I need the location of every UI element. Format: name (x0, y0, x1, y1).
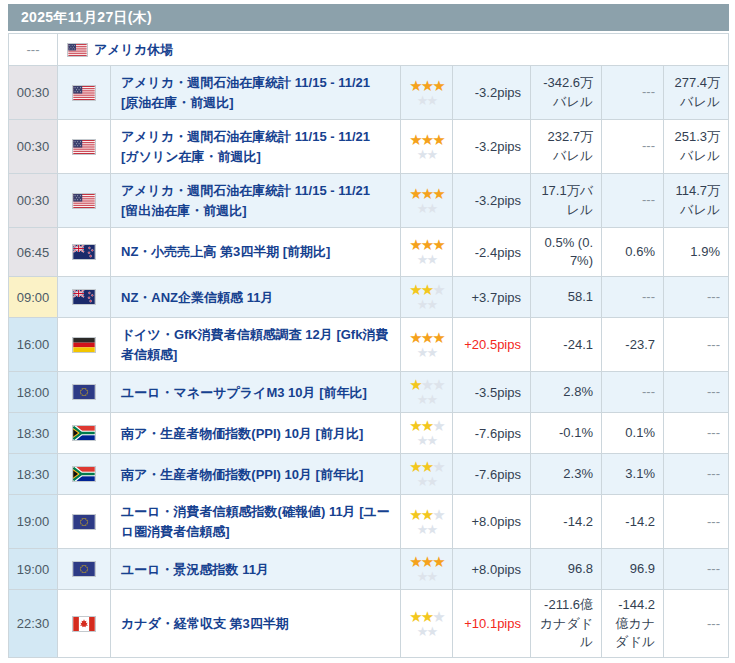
result-cell: 96.8 (531, 549, 602, 589)
event-cell: ユーロ・景況感指数 11月 (111, 549, 401, 589)
holiday-cell: アメリカ休場 (58, 34, 728, 65)
event-row: 18:30 南ア・生産者物価指数(PPI) 10月 [前月比] ★★★★★ -7… (9, 413, 728, 454)
event-cell: ユーロ・消費者信頼感指数(確報値) 11月 [ユーロ圏消費者信頼感] (111, 495, 401, 548)
event-row: 19:00 ユーロ・消費者信頼感指数(確報値) 11月 [ユーロ圏消費者信頼感]… (9, 495, 728, 549)
pips-cell: -7.6pips (453, 454, 531, 494)
flag-eu-icon (73, 385, 95, 399)
event-row: 00:30 アメリカ・週間石油在庫統計 11/15 - 11/21 [ガソリン在… (9, 120, 728, 174)
previous-cell: --- (664, 549, 728, 589)
event-link[interactable]: ユーロ・景況感指数 11月 (121, 560, 269, 580)
previous-cell: --- (664, 590, 728, 657)
time-cell: 00:30 (9, 66, 58, 119)
previous-cell: 114.7万バレル (664, 174, 728, 227)
time-cell: 00:30 (9, 120, 58, 173)
economic-calendar: 2025年11月27日(木) --- アメリカ休場 00:30 アメリカ・週間石… (0, 0, 735, 663)
event-cell: ユーロ・マネーサプライM3 10月 [前年比] (111, 372, 401, 412)
event-cell: 南ア・生産者物価指数(PPI) 10月 [前月比] (111, 413, 401, 453)
forecast-cell: -14.2 (602, 495, 664, 548)
time-cell: 18:30 (9, 413, 58, 453)
flag-cell (58, 454, 111, 494)
event-link[interactable]: 南ア・生産者物価指数(PPI) 10月 [前年比] (121, 465, 363, 485)
event-link[interactable]: アメリカ・週間石油在庫統計 11/15 - 11/21 [ガソリン在庫・前週比] (121, 127, 390, 166)
flag-nz-icon (73, 290, 95, 304)
event-link[interactable]: アメリカ・週間石油在庫統計 11/15 - 11/21 [留出油在庫・前週比] (121, 181, 390, 220)
event-cell: NZ・小売売上高 第3四半期 [前期比] (111, 228, 401, 276)
event-link[interactable]: ドイツ・GfK消費者信頼感調査 12月 [Gfk消費者信頼感] (121, 325, 390, 364)
event-row: 19:00 ユーロ・景況感指数 11月 ★★★★★ +8.0pips 96.8 … (9, 549, 728, 590)
result-cell: 0.5% (0.7%) (531, 228, 602, 276)
pips-cell: +20.5pips (453, 318, 531, 371)
calendar-table: --- アメリカ休場 00:30 アメリカ・週間石油在庫統計 11/15 - 1… (8, 33, 729, 658)
event-row: 00:30 アメリカ・週間石油在庫統計 11/15 - 11/21 [留出油在庫… (9, 174, 728, 228)
previous-cell: --- (664, 318, 728, 371)
flag-cell (58, 318, 111, 371)
importance-stars: ★★★★★ (401, 454, 453, 494)
pips-cell: -3.2pips (453, 66, 531, 119)
importance-stars: ★★★★★ (401, 66, 453, 119)
event-row: 00:30 アメリカ・週間石油在庫統計 11/15 - 11/21 [原油在庫・… (9, 66, 728, 120)
pips-cell: +10.1pips (453, 590, 531, 657)
event-cell: カナダ・経常収支 第3四半期 (111, 590, 401, 657)
event-link[interactable]: ユーロ・マネーサプライM3 10月 [前年比] (121, 383, 367, 403)
importance-stars: ★★★★★ (401, 318, 453, 371)
event-cell: アメリカ・週間石油在庫統計 11/15 - 11/21 [留出油在庫・前週比] (111, 174, 401, 227)
result-cell: 2.8% (531, 372, 602, 412)
event-row: 18:30 南ア・生産者物価指数(PPI) 10月 [前年比] ★★★★★ -7… (9, 454, 728, 495)
flag-us-icon (68, 44, 87, 56)
importance-stars: ★★★★★ (401, 549, 453, 589)
event-row: 22:30 カナダ・経常収支 第3四半期 ★★★★★ +10.1pips -21… (9, 590, 728, 657)
event-link[interactable]: アメリカ・週間石油在庫統計 11/15 - 11/21 [原油在庫・前週比] (121, 73, 390, 112)
result-cell: -0.1% (531, 413, 602, 453)
event-cell: NZ・ANZ企業信頼感 11月 (111, 277, 401, 317)
importance-stars: ★★★★★ (401, 228, 453, 276)
importance-stars: ★★★★★ (401, 413, 453, 453)
previous-cell: 277.4万バレル (664, 66, 728, 119)
flag-cell (58, 372, 111, 412)
importance-stars: ★★★★★ (401, 120, 453, 173)
pips-cell: -3.5pips (453, 372, 531, 412)
previous-cell: 251.3万バレル (664, 120, 728, 173)
flag-south-africa-icon (73, 426, 95, 440)
event-row: 06:45 NZ・小売売上高 第3四半期 [前期比] ★★★★★ -2.4pip… (9, 228, 728, 277)
time-cell: 06:45 (9, 228, 58, 276)
previous-cell: --- (664, 372, 728, 412)
flag-cell (58, 66, 111, 119)
holiday-row: --- アメリカ休場 (9, 34, 728, 66)
forecast-cell: --- (602, 66, 664, 119)
event-link[interactable]: カナダ・経常収支 第3四半期 (121, 614, 289, 634)
holiday-label: アメリカ休場 (94, 41, 173, 59)
event-link[interactable]: ユーロ・消費者信頼感指数(確報値) 11月 [ユーロ圏消費者信頼感] (121, 502, 390, 541)
forecast-cell: --- (602, 120, 664, 173)
flag-nz-icon (73, 245, 95, 259)
event-link[interactable]: NZ・ANZ企業信頼感 11月 (121, 288, 273, 308)
pips-cell: -7.6pips (453, 413, 531, 453)
forecast-cell: -23.7 (602, 318, 664, 371)
forecast-cell: --- (602, 277, 664, 317)
forecast-cell: --- (602, 174, 664, 227)
importance-stars: ★★★★★ (401, 495, 453, 548)
forecast-cell: --- (602, 372, 664, 412)
result-cell: -14.2 (531, 495, 602, 548)
flag-germany-icon (73, 338, 95, 352)
forecast-cell: 0.6% (602, 228, 664, 276)
flag-cell (58, 413, 111, 453)
pips-cell: +8.0pips (453, 495, 531, 548)
previous-cell: 1.9% (664, 228, 728, 276)
importance-stars: ★★★★★ (401, 590, 453, 657)
result-cell: -342.6万バレル (531, 66, 602, 119)
previous-cell: --- (664, 454, 728, 494)
time-cell: 09:00 (9, 277, 58, 317)
event-cell: ドイツ・GfK消費者信頼感調査 12月 [Gfk消費者信頼感] (111, 318, 401, 371)
flag-us-icon (73, 140, 95, 154)
flag-cell (58, 174, 111, 227)
previous-cell: --- (664, 495, 728, 548)
importance-stars: ★★★★★ (401, 277, 453, 317)
event-link[interactable]: 南ア・生産者物価指数(PPI) 10月 [前月比] (121, 424, 363, 444)
event-row: 16:00 ドイツ・GfK消費者信頼感調査 12月 [Gfk消費者信頼感] ★★… (9, 318, 728, 372)
event-link[interactable]: NZ・小売売上高 第3四半期 [前期比] (121, 242, 330, 262)
forecast-cell: -144.2億カナダドル (602, 590, 664, 657)
flag-south-africa-icon (73, 467, 95, 481)
time-cell: 18:00 (9, 372, 58, 412)
flag-us-icon (73, 194, 95, 208)
result-cell: 2.3% (531, 454, 602, 494)
